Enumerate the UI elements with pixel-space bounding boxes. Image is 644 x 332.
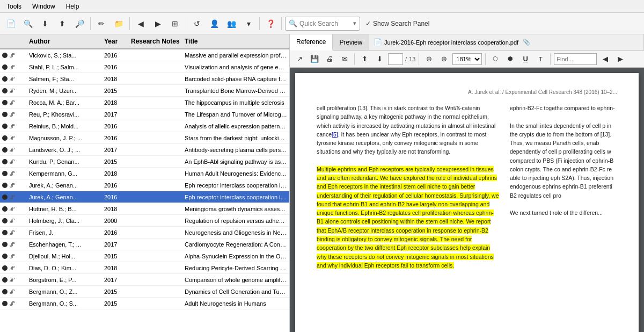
pdf-page-input[interactable]: 2 [388, 53, 403, 65]
row-icons: 🖇 [0, 194, 27, 200]
table-row[interactable]: 🖇 Jurek, A.; Genan... 2016 Eph receptor … [0, 191, 289, 203]
quick-search-input[interactable] [299, 20, 351, 27]
group-button[interactable]: 👥 [224, 16, 239, 31]
table-row[interactable]: 🖇 Huttner, H. B.; B... 2018 Meningioma g… [0, 203, 289, 215]
edit-button[interactable]: ✏ [94, 16, 109, 31]
attachment-icon: 🖇 [9, 229, 15, 236]
row-year: 2017 [102, 241, 129, 248]
header-notes[interactable]: Research Notes [129, 38, 182, 45]
table-row[interactable]: 🖇 Magnusson, J. P.; ... 2016 Stars from … [0, 132, 289, 144]
refresh-button[interactable]: ↺ [189, 16, 204, 31]
read-dot-icon [2, 112, 8, 117]
user-button[interactable]: 👤 [207, 16, 222, 31]
pdf-paperclip-icon: 📎 [523, 39, 530, 46]
sep3 [186, 17, 186, 30]
table-row[interactable]: 🖇 Djelloul, M.; Hol... 2015 Alpha-Synucl… [0, 250, 289, 262]
dropdown-btn[interactable]: ▾ [241, 16, 256, 31]
pdf-zoom-in-button[interactable]: ⊕ [437, 53, 450, 66]
read-dot-icon [2, 230, 8, 235]
menu-window[interactable]: Window [30, 2, 57, 11]
row-title: Dynamics of Cell Generation and Turnover… [182, 288, 289, 295]
attachment-icon: 🖇 [9, 99, 15, 106]
pdf-save-button[interactable]: 💾 [308, 53, 321, 66]
prev-button[interactable]: ◀ [133, 16, 148, 31]
zoom-in-button[interactable]: 🔎 [72, 16, 87, 31]
header-title[interactable]: Title [182, 38, 289, 45]
read-dot-icon [2, 254, 8, 259]
pdf-email-button[interactable]: ✉ [338, 53, 351, 66]
next-button[interactable]: ▶ [150, 16, 165, 31]
table-row[interactable]: 🖇 Kempermann, G... 2018 Human Adult Neur… [0, 168, 289, 179]
table-row[interactable]: 🖇 Rocca, M. A.; Bar... 2018 The hippocam… [0, 97, 289, 109]
pdf-highlighted-text: Multiple ephrins and Eph receptors are t… [317, 166, 499, 269]
row-year: 2016 [102, 52, 129, 59]
pdf-sep3 [485, 53, 486, 65]
attachment-icon: 🖇 [9, 253, 15, 259]
table-row[interactable]: 🖇 Ryden, M.; Uzun... 2015 Transplanted B… [0, 85, 289, 97]
table-row[interactable]: 🖇 Bergmann, O.; S... 2015 Adult Neurogen… [0, 298, 289, 309]
pdf-zoom-select[interactable]: 181% 100% 75% 150% 200% [452, 53, 482, 65]
pdf-format-button[interactable]: T [534, 53, 547, 66]
row-year: 2016 [102, 123, 129, 129]
new-button[interactable]: 📄 [3, 16, 18, 31]
table-row[interactable]: 🖇 Dias, D. O.; Kim... 2018 Reducing Peri… [0, 262, 289, 274]
table-row[interactable]: 🖇 Vickovic, S.; Sta... 2016 Massive and … [0, 49, 289, 61]
row-year: 2018 [102, 170, 129, 177]
attachment-icon: 🖇 [9, 76, 15, 82]
table-row[interactable]: 🖇 Holmberg, J.; Cla... 2000 Regulation o… [0, 215, 289, 227]
table-row[interactable]: 🖇 Jurek, A.; Genan... 2016 Eph receptor … [0, 179, 289, 191]
pdf-next-page-button[interactable]: ⬇ [373, 53, 386, 66]
open-button[interactable]: 🔍 [20, 16, 35, 31]
menu-tools[interactable]: Tools [4, 2, 24, 11]
folder-button[interactable]: 📁 [111, 16, 126, 31]
pdf-underline-button[interactable]: U [519, 53, 532, 66]
row-author: Djelloul, M.; Hol... [27, 253, 102, 259]
row-icons: 🖇 [0, 218, 27, 224]
header-author[interactable]: Author [27, 38, 102, 45]
pdf-tool2-button[interactable]: ⬢ [504, 53, 517, 66]
pdf-tool1-button[interactable]: ⬡ [489, 53, 502, 66]
pdf-find-prev-button[interactable]: ◀ [599, 53, 612, 66]
row-title: Antibody-secreting plasma cells persist … [182, 147, 289, 153]
search-dropdown-icon[interactable]: ▾ [353, 20, 356, 27]
pdf-file-tab[interactable]: 📄 Jurek-2016-Eph receptor interclass coo… [369, 34, 644, 50]
attachment-icon: 🖇 [9, 206, 15, 212]
show-search-panel-button[interactable]: ✓ Show Search Panel [362, 19, 433, 28]
pdf-prev-page-button[interactable]: ⬆ [358, 53, 371, 66]
table-row[interactable]: 🖇 Reu, P.; Khosravi... 2017 The Lifespan… [0, 109, 289, 120]
download-button[interactable]: ⬇ [38, 16, 53, 31]
table-row[interactable]: 🖇 Bergmann, O.; Z... 2015 Dynamics of Ce… [0, 286, 289, 298]
pdf-column-left: cell proliferation [13]. This is in star… [317, 104, 499, 270]
pdf-toolbar: ↗ 💾 🖨 ✉ ⬆ ⬇ 2 / 13 ⊖ ⊕ 181% 100% 75% 150… [290, 50, 644, 68]
help-button[interactable]: ❓ [263, 16, 278, 31]
pdf-ref-link[interactable]: [5] [332, 131, 338, 138]
pdf-zoom-out-button[interactable]: ⊖ [422, 53, 435, 66]
tab-reference[interactable]: Reference [290, 34, 333, 50]
header-year[interactable]: Year [102, 38, 129, 45]
tab-preview[interactable]: Preview [333, 34, 369, 50]
table-row[interactable]: 🖇 Reinius, B.; Mold... 2016 Analysis of … [0, 120, 289, 132]
upload-button[interactable]: ⬆ [55, 16, 70, 31]
table-row[interactable]: 🖇 Eschenhagen, T.; ... 2017 Cardiomyocyt… [0, 239, 289, 250]
row-icons: 🖇 [0, 300, 27, 307]
table-row[interactable]: 🖇 Borgstrom, E.; P... 2017 Comparison of… [0, 274, 289, 286]
table-row[interactable]: 🖇 Salmen, F.; Sta... 2018 Barcoded solid… [0, 73, 289, 85]
row-author: Bergmann, O.; Z... [27, 288, 102, 295]
table-row[interactable]: 🖇 Landsverk, O. J.; ... 2017 Antibody-se… [0, 144, 289, 156]
row-author: Reinius, B.; Mold... [27, 123, 102, 129]
pdf-find-input[interactable] [554, 53, 597, 65]
table-row[interactable]: 🖇 Kundu, P; Genan... 2015 An EphB-Abl si… [0, 156, 289, 168]
row-icons: 🖇 [0, 288, 27, 295]
pdf-print-button[interactable]: 🖨 [323, 53, 336, 66]
menu-help[interactable]: Help [64, 2, 82, 11]
attachment-icon: 🖇 [9, 265, 15, 271]
attachment-icon: 🖇 [9, 241, 15, 248]
sep4 [259, 17, 260, 30]
pdf-sep4 [550, 53, 551, 65]
pdf-open-external-button[interactable]: ↗ [293, 53, 306, 66]
row-icons: 🖇 [0, 147, 27, 153]
pdf-find-next-button[interactable]: ▶ [614, 53, 627, 66]
table-row[interactable]: 🖇 Frisen, J. 2016 Neurogenesis and Gliog… [0, 227, 289, 239]
table-button[interactable]: ⊞ [167, 16, 182, 31]
table-row[interactable]: 🖇 Stahl, P. L.; Salm... 2016 Visualizati… [0, 61, 289, 73]
